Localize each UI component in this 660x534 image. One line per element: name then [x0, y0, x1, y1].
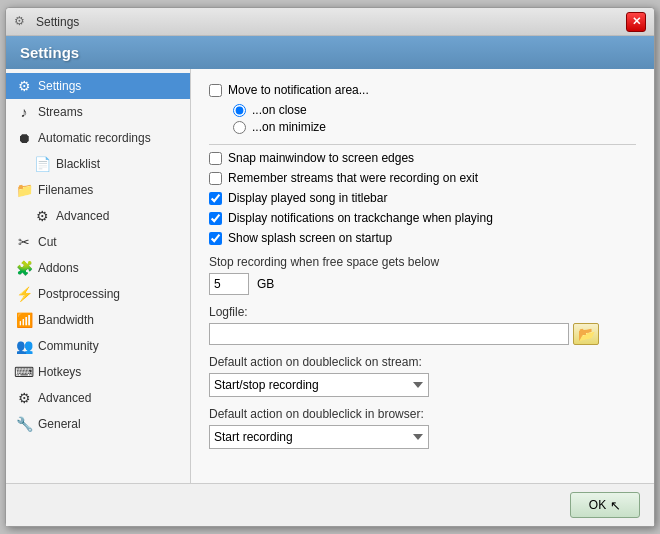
radio-close-row: ...on close: [233, 103, 636, 117]
sidebar-item-bandwidth[interactable]: 📶 Bandwidth: [6, 307, 190, 333]
streams-icon: ♪: [16, 104, 32, 120]
free-space-unit: GB: [257, 277, 274, 291]
snap-mainwindow-label: Snap mainwindow to screen edges: [228, 151, 414, 165]
settings-window: ⚙ Settings ✕ Settings ⚙ Settings ♪ Strea…: [5, 7, 655, 527]
sidebar-item-hotkeys[interactable]: ⌨ Hotkeys: [6, 359, 190, 385]
sidebar-item-addons[interactable]: 🧩 Addons: [6, 255, 190, 281]
doubleclick-stream-section: Default action on doubleclick on stream:…: [209, 355, 636, 397]
footer: OK ↖: [6, 483, 654, 526]
display-notifications-label: Display notifications on trackchange whe…: [228, 211, 493, 225]
radio-close-label: ...on close: [252, 103, 307, 117]
window-title: Settings: [36, 15, 79, 29]
blacklist-icon: 📄: [34, 156, 50, 172]
sidebar-item-advanced-filenames[interactable]: ⚙ Advanced: [6, 203, 190, 229]
display-notifications-row: Display notifications on trackchange whe…: [209, 211, 636, 225]
radio-minimize-label: ...on minimize: [252, 120, 326, 134]
ok-button[interactable]: OK ↖: [570, 492, 640, 518]
sidebar-label-hotkeys: Hotkeys: [38, 365, 81, 379]
radio-minimize-row: ...on minimize: [233, 120, 636, 134]
close-button[interactable]: ✕: [626, 12, 646, 32]
move-to-notification-label: Move to notification area...: [228, 83, 369, 97]
logfile-row: 📂: [209, 323, 636, 345]
sidebar-label-general: General: [38, 417, 81, 431]
addons-icon: 🧩: [16, 260, 32, 276]
app-icon: ⚙: [14, 14, 30, 30]
snap-mainwindow-row: Snap mainwindow to screen edges: [209, 151, 636, 165]
show-splash-label: Show splash screen on startup: [228, 231, 392, 245]
sidebar-item-automatic-recordings[interactable]: ⏺ Automatic recordings: [6, 125, 190, 151]
doubleclick-stream-dropdown-container: Start/stop recording Start recording Ope…: [209, 373, 636, 397]
free-space-section: Stop recording when free space gets belo…: [209, 255, 636, 295]
sidebar-label-automatic-recordings: Automatic recordings: [38, 131, 151, 145]
community-icon: 👥: [16, 338, 32, 354]
checkboxes-section: Snap mainwindow to screen edges Remember…: [209, 151, 636, 245]
sidebar-label-addons: Addons: [38, 261, 79, 275]
doubleclick-stream-dropdown[interactable]: Start/stop recording Start recording Ope…: [209, 373, 429, 397]
free-space-input[interactable]: [209, 273, 249, 295]
doubleclick-browser-dropdown[interactable]: Start recording Start/stop recording Ope…: [209, 425, 429, 449]
main-panel: Move to notification area... ...on close…: [191, 69, 654, 483]
settings-icon: ⚙: [16, 78, 32, 94]
sidebar-item-settings[interactable]: ⚙ Settings: [6, 73, 190, 99]
doubleclick-browser-dropdown-container: Start recording Start/stop recording Ope…: [209, 425, 636, 449]
header-title: Settings: [20, 44, 79, 61]
cut-icon: ✂: [16, 234, 32, 250]
sidebar-label-streams: Streams: [38, 105, 83, 119]
sidebar-label-bandwidth: Bandwidth: [38, 313, 94, 327]
separator-1: [209, 144, 636, 145]
sidebar-label-cut: Cut: [38, 235, 57, 249]
logfile-section: Logfile: 📂: [209, 305, 636, 345]
remember-streams-checkbox[interactable]: [209, 172, 222, 185]
show-splash-row: Show splash screen on startup: [209, 231, 636, 245]
sidebar-item-blacklist[interactable]: 📄 Blacklist: [6, 151, 190, 177]
notification-radio-group: ...on close ...on minimize: [233, 103, 636, 134]
header-bar: Settings: [6, 36, 654, 69]
move-to-notification-checkbox[interactable]: [209, 84, 222, 97]
snap-mainwindow-checkbox[interactable]: [209, 152, 222, 165]
sidebar-label-postprocessing: Postprocessing: [38, 287, 120, 301]
free-space-row: GB: [209, 273, 636, 295]
sidebar-item-streams[interactable]: ♪ Streams: [6, 99, 190, 125]
sidebar-item-advanced[interactable]: ⚙ Advanced: [6, 385, 190, 411]
move-to-notification-row: Move to notification area...: [209, 83, 636, 97]
sidebar-item-general[interactable]: 🔧 General: [6, 411, 190, 437]
remember-streams-row: Remember streams that were recording on …: [209, 171, 636, 185]
doubleclick-browser-section: Default action on doubleclick in browser…: [209, 407, 636, 449]
sidebar-label-filenames: Filenames: [38, 183, 93, 197]
sidebar-label-settings: Settings: [38, 79, 81, 93]
sidebar-label-advanced: Advanced: [38, 391, 91, 405]
display-notifications-checkbox[interactable]: [209, 212, 222, 225]
radio-on-minimize[interactable]: [233, 121, 246, 134]
general-icon: 🔧: [16, 416, 32, 432]
doubleclick-browser-label: Default action on doubleclick in browser…: [209, 407, 636, 421]
advanced-icon: ⚙: [16, 390, 32, 406]
sidebar-item-postprocessing[interactable]: ⚡ Postprocessing: [6, 281, 190, 307]
sidebar-item-filenames[interactable]: 📁 Filenames: [6, 177, 190, 203]
bandwidth-icon: 📶: [16, 312, 32, 328]
filenames-icon: 📁: [16, 182, 32, 198]
doubleclick-stream-label: Default action on doubleclick on stream:: [209, 355, 636, 369]
logfile-label: Logfile:: [209, 305, 636, 319]
cursor-icon: ↖: [610, 498, 621, 513]
logfile-input[interactable]: [209, 323, 569, 345]
sidebar: ⚙ Settings ♪ Streams ⏺ Automatic recordi…: [6, 69, 191, 483]
display-played-song-row: Display played song in titlebar: [209, 191, 636, 205]
folder-browse-button[interactable]: 📂: [573, 323, 599, 345]
sidebar-label-community: Community: [38, 339, 99, 353]
content-area: ⚙ Settings ♪ Streams ⏺ Automatic recordi…: [6, 69, 654, 483]
postprocessing-icon: ⚡: [16, 286, 32, 302]
sidebar-item-community[interactable]: 👥 Community: [6, 333, 190, 359]
free-space-label: Stop recording when free space gets belo…: [209, 255, 636, 269]
hotkeys-icon: ⌨: [16, 364, 32, 380]
sidebar-item-cut[interactable]: ✂ Cut: [6, 229, 190, 255]
notification-section: Move to notification area... ...on close…: [209, 83, 636, 134]
display-played-song-checkbox[interactable]: [209, 192, 222, 205]
ok-label: OK: [589, 498, 606, 512]
show-splash-checkbox[interactable]: [209, 232, 222, 245]
title-bar: ⚙ Settings ✕: [6, 8, 654, 36]
radio-on-close[interactable]: [233, 104, 246, 117]
remember-streams-label: Remember streams that were recording on …: [228, 171, 478, 185]
sidebar-label-advanced-filenames: Advanced: [56, 209, 109, 223]
automatic-recordings-icon: ⏺: [16, 130, 32, 146]
sidebar-label-blacklist: Blacklist: [56, 157, 100, 171]
